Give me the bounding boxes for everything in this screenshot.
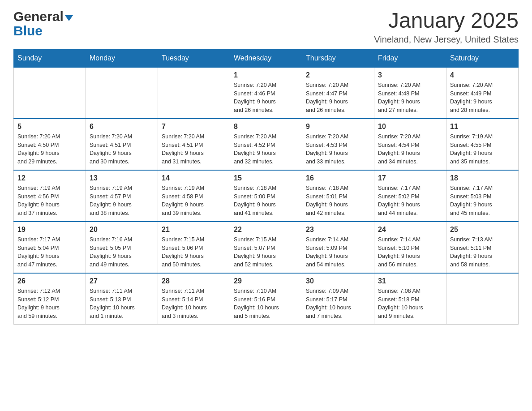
day-info: Sunrise: 7:09 AMSunset: 5:17 PMDaylight:… [306, 287, 370, 321]
day-number: 21 [162, 226, 226, 234]
week-row: 5Sunrise: 7:20 AMSunset: 4:50 PMDaylight… [14, 119, 519, 170]
logo: General Blue [13, 9, 73, 38]
calendar-cell: 12Sunrise: 7:19 AMSunset: 4:56 PMDayligh… [14, 170, 86, 222]
calendar-cell [158, 67, 230, 119]
calendar-cell: 28Sunrise: 7:11 AMSunset: 5:14 PMDayligh… [158, 273, 230, 325]
day-info: Sunrise: 7:20 AMSunset: 4:47 PMDaylight:… [306, 81, 370, 115]
day-number: 12 [17, 174, 82, 182]
calendar-cell: 1Sunrise: 7:20 AMSunset: 4:46 PMDaylight… [230, 67, 302, 119]
calendar-cell: 23Sunrise: 7:14 AMSunset: 5:09 PMDayligh… [302, 222, 374, 273]
day-info: Sunrise: 7:20 AMSunset: 4:48 PMDaylight:… [378, 81, 442, 115]
day-info: Sunrise: 7:20 AMSunset: 4:46 PMDaylight:… [234, 81, 298, 115]
location-title: Vineland, New Jersey, United States [374, 34, 519, 45]
calendar-cell [86, 67, 158, 119]
day-info: Sunrise: 7:20 AMSunset: 4:51 PMDaylight:… [162, 133, 226, 166]
day-info: Sunrise: 7:19 AMSunset: 4:57 PMDaylight:… [90, 184, 154, 218]
day-info: Sunrise: 7:18 AMSunset: 5:01 PMDaylight:… [306, 184, 370, 218]
day-info: Sunrise: 7:15 AMSunset: 5:07 PMDaylight:… [234, 235, 298, 269]
day-info: Sunrise: 7:17 AMSunset: 5:03 PMDaylight:… [450, 184, 515, 218]
title-area: January 2025 Vineland, New Jersey, Unite… [374, 9, 519, 45]
calendar-cell: 16Sunrise: 7:18 AMSunset: 5:01 PMDayligh… [302, 170, 374, 222]
day-info: Sunrise: 7:20 AMSunset: 4:52 PMDaylight:… [234, 133, 298, 166]
day-info: Sunrise: 7:13 AMSunset: 5:11 PMDaylight:… [450, 235, 515, 269]
calendar-cell: 27Sunrise: 7:11 AMSunset: 5:13 PMDayligh… [86, 273, 158, 325]
calendar-cell: 18Sunrise: 7:17 AMSunset: 5:03 PMDayligh… [446, 170, 519, 222]
day-number: 30 [306, 277, 370, 285]
calendar-cell: 13Sunrise: 7:19 AMSunset: 4:57 PMDayligh… [86, 170, 158, 222]
calendar-cell: 22Sunrise: 7:15 AMSunset: 5:07 PMDayligh… [230, 222, 302, 273]
day-info: Sunrise: 7:11 AMSunset: 5:14 PMDaylight:… [162, 287, 226, 321]
day-number: 4 [450, 71, 515, 79]
calendar-table: SundayMondayTuesdayWednesdayThursdayFrid… [13, 49, 519, 325]
day-number: 22 [234, 226, 298, 234]
day-info: Sunrise: 7:10 AMSunset: 5:16 PMDaylight:… [234, 287, 298, 321]
day-info: Sunrise: 7:17 AMSunset: 5:04 PMDaylight:… [17, 235, 82, 269]
logo-general-text: General [13, 9, 64, 24]
calendar-cell: 25Sunrise: 7:13 AMSunset: 5:11 PMDayligh… [446, 222, 519, 273]
day-number: 29 [234, 277, 298, 285]
calendar-cell: 2Sunrise: 7:20 AMSunset: 4:47 PMDaylight… [302, 67, 374, 119]
calendar-cell: 7Sunrise: 7:20 AMSunset: 4:51 PMDaylight… [158, 119, 230, 170]
day-of-week-header: Monday [86, 49, 158, 67]
day-info: Sunrise: 7:15 AMSunset: 5:06 PMDaylight:… [162, 235, 226, 269]
day-number: 15 [234, 174, 298, 182]
calendar-cell: 6Sunrise: 7:20 AMSunset: 4:51 PMDaylight… [86, 119, 158, 170]
day-info: Sunrise: 7:11 AMSunset: 5:13 PMDaylight:… [90, 287, 154, 321]
week-row: 19Sunrise: 7:17 AMSunset: 5:04 PMDayligh… [14, 222, 519, 273]
day-info: Sunrise: 7:17 AMSunset: 5:02 PMDaylight:… [378, 184, 442, 218]
day-number: 16 [306, 174, 370, 182]
calendar-cell: 9Sunrise: 7:20 AMSunset: 4:53 PMDaylight… [302, 119, 374, 170]
day-number: 25 [450, 226, 515, 234]
day-info: Sunrise: 7:20 AMSunset: 4:51 PMDaylight:… [90, 133, 154, 166]
logo-triangle-icon [65, 15, 73, 21]
calendar-cell: 5Sunrise: 7:20 AMSunset: 4:50 PMDaylight… [14, 119, 86, 170]
day-info: Sunrise: 7:14 AMSunset: 5:09 PMDaylight:… [306, 235, 370, 269]
calendar-cell: 21Sunrise: 7:15 AMSunset: 5:06 PMDayligh… [158, 222, 230, 273]
header: General Blue January 2025 Vineland, New … [13, 9, 519, 45]
calendar-cell: 8Sunrise: 7:20 AMSunset: 4:52 PMDaylight… [230, 119, 302, 170]
calendar-cell: 3Sunrise: 7:20 AMSunset: 4:48 PMDaylight… [374, 67, 446, 119]
calendar-cell: 31Sunrise: 7:08 AMSunset: 5:18 PMDayligh… [374, 273, 446, 325]
days-header-row: SundayMondayTuesdayWednesdayThursdayFrid… [14, 49, 519, 67]
day-info: Sunrise: 7:20 AMSunset: 4:54 PMDaylight:… [378, 133, 442, 166]
day-number: 27 [90, 277, 154, 285]
day-number: 19 [17, 226, 82, 234]
month-title: January 2025 [374, 9, 519, 33]
day-number: 3 [378, 71, 442, 79]
day-info: Sunrise: 7:18 AMSunset: 5:00 PMDaylight:… [234, 184, 298, 218]
day-number: 13 [90, 174, 154, 182]
day-number: 11 [450, 123, 515, 131]
day-of-week-header: Thursday [302, 49, 374, 67]
day-info: Sunrise: 7:19 AMSunset: 4:58 PMDaylight:… [162, 184, 226, 218]
week-row: 12Sunrise: 7:19 AMSunset: 4:56 PMDayligh… [14, 170, 519, 222]
calendar-cell: 24Sunrise: 7:14 AMSunset: 5:10 PMDayligh… [374, 222, 446, 273]
day-info: Sunrise: 7:14 AMSunset: 5:10 PMDaylight:… [378, 235, 442, 269]
calendar-cell: 17Sunrise: 7:17 AMSunset: 5:02 PMDayligh… [374, 170, 446, 222]
day-number: 9 [306, 123, 370, 131]
day-info: Sunrise: 7:16 AMSunset: 5:05 PMDaylight:… [90, 235, 154, 269]
calendar-cell: 10Sunrise: 7:20 AMSunset: 4:54 PMDayligh… [374, 119, 446, 170]
day-number: 20 [90, 226, 154, 234]
calendar-cell: 11Sunrise: 7:19 AMSunset: 4:55 PMDayligh… [446, 119, 519, 170]
day-info: Sunrise: 7:19 AMSunset: 4:56 PMDaylight:… [17, 184, 82, 218]
day-number: 2 [306, 71, 370, 79]
calendar-cell [446, 273, 519, 325]
day-number: 23 [306, 226, 370, 234]
day-of-week-header: Sunday [14, 49, 86, 67]
day-of-week-header: Wednesday [230, 49, 302, 67]
calendar-cell [14, 67, 86, 119]
day-info: Sunrise: 7:08 AMSunset: 5:18 PMDaylight:… [378, 287, 442, 321]
day-number: 14 [162, 174, 226, 182]
day-number: 18 [450, 174, 515, 182]
day-of-week-header: Saturday [446, 49, 519, 67]
day-number: 7 [162, 123, 226, 131]
day-number: 5 [17, 123, 82, 131]
day-info: Sunrise: 7:19 AMSunset: 4:55 PMDaylight:… [450, 133, 515, 166]
calendar-cell: 30Sunrise: 7:09 AMSunset: 5:17 PMDayligh… [302, 273, 374, 325]
day-info: Sunrise: 7:20 AMSunset: 4:53 PMDaylight:… [306, 133, 370, 166]
calendar-cell: 4Sunrise: 7:20 AMSunset: 4:49 PMDaylight… [446, 67, 519, 119]
day-info: Sunrise: 7:20 AMSunset: 4:49 PMDaylight:… [450, 81, 515, 115]
day-of-week-header: Friday [374, 49, 446, 67]
day-info: Sunrise: 7:12 AMSunset: 5:12 PMDaylight:… [17, 287, 82, 321]
day-of-week-header: Tuesday [158, 49, 230, 67]
